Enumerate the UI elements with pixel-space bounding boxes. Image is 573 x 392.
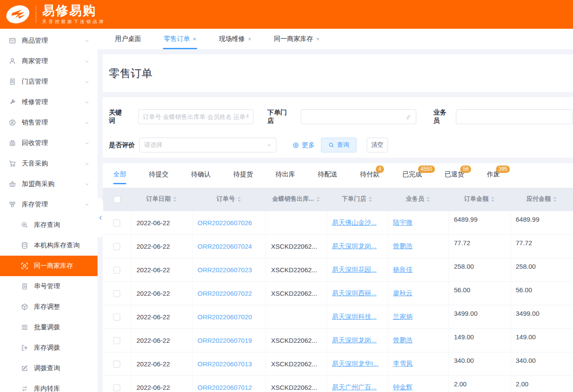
store-link[interactable]: 易天广州广百... — [332, 383, 377, 391]
sidebar-item-transfer-query[interactable]: 调拨查询 — [0, 358, 98, 378]
sort-icon[interactable] — [426, 196, 430, 202]
status-tab-pending-outbound[interactable]: 待出库 — [276, 170, 295, 184]
store-link[interactable]: 易天深圳科技... — [332, 313, 377, 320]
select-all-checkbox[interactable] — [114, 196, 121, 203]
sidebar-collapse-handle[interactable] — [98, 198, 103, 237]
store-link[interactable]: 易天深圳龙岗... — [332, 242, 377, 250]
col-order-date[interactable]: 订单日期 — [131, 188, 192, 211]
sidebar-item-tianyin-purchase[interactable]: 天音采购 — [0, 153, 98, 174]
salesperson-link[interactable]: 曾鹏浩 — [393, 242, 413, 250]
row-checkbox[interactable] — [113, 361, 120, 368]
sidebar-item-store-mgmt[interactable]: 门店管理 — [0, 71, 98, 92]
row-checkbox[interactable] — [113, 290, 120, 297]
sidebar-item-inventory-mgmt[interactable]: 库存管理 — [0, 194, 98, 215]
salesperson-link[interactable]: 廖秋云 — [393, 289, 413, 297]
sort-icon[interactable] — [368, 196, 372, 202]
status-tab-completed[interactable]: 已完成4550 — [402, 170, 422, 184]
clear-button[interactable]: 清空 — [367, 138, 388, 152]
store-link[interactable]: 易天深圳花园... — [332, 266, 377, 273]
sidebar-item-repair-mgmt[interactable]: 维修管理 — [0, 92, 98, 112]
more-filters-link[interactable]: 更多 — [293, 141, 315, 149]
order-no-link[interactable]: ORR20220607012 — [198, 384, 252, 391]
sidebar-item-franchise-purchase[interactable]: 加盟商采购 — [0, 174, 98, 194]
order-no-link[interactable]: ORR20220607022 — [198, 290, 252, 297]
sidebar-item-sales-mgmt[interactable]: 销售管理 — [0, 112, 98, 133]
row-checkbox[interactable] — [113, 337, 120, 344]
col-order-no[interactable]: 订单号 — [192, 188, 266, 211]
sort-icon[interactable] — [316, 196, 320, 202]
clear-label: 清空 — [371, 141, 384, 149]
order-no-link[interactable]: ORR20220607026 — [198, 219, 252, 226]
sidebar-item-recycle-mgmt[interactable]: 回收管理 — [0, 133, 98, 153]
window-tab-same-merchant-stock[interactable]: 同一商家库存 × — [274, 29, 320, 49]
search-button[interactable]: 查询 — [321, 138, 357, 152]
cell-kingdee — [266, 305, 327, 328]
row-checkbox[interactable] — [113, 267, 120, 274]
sidebar-item-label: 加盟商采购 — [22, 180, 84, 188]
close-icon[interactable]: × — [248, 36, 252, 42]
order-no-link[interactable]: ORR20220607019 — [198, 337, 252, 344]
col-kingdee-outbound[interactable]: 金蝶销售出库... — [266, 188, 327, 211]
sidebar-item-same-merchant-stock[interactable]: 同一商家库存 — [0, 256, 98, 276]
status-tab-all[interactable]: 全部 — [113, 170, 126, 184]
search-icon — [328, 142, 334, 148]
sidebar-item-serial-mgmt[interactable]: 串号管理 — [0, 276, 98, 297]
store-link[interactable]: 易天深圳龙岗... — [332, 336, 377, 344]
store-link[interactable]: 易天深圳龙华I... — [332, 360, 379, 367]
sidebar-item-merchant-mgmt[interactable]: 商家管理 — [0, 51, 98, 71]
order-no-link[interactable]: ORR20220607013 — [198, 360, 252, 368]
salesperson-input[interactable] — [461, 113, 568, 120]
sidebar-item-internal-transfer[interactable]: 库内转库 — [0, 378, 98, 392]
col-store[interactable]: 下单门店 — [327, 188, 388, 211]
store-link[interactable]: 易天佛山金沙... — [332, 219, 377, 226]
window-tab-user-desktop[interactable]: 用户桌面 — [115, 29, 141, 49]
order-no-link[interactable]: ORR20220607020 — [198, 313, 252, 321]
salesperson-link[interactable]: 钟金辉 — [393, 383, 413, 391]
status-tab-pending-delivery[interactable]: 待配送 — [318, 170, 337, 184]
col-salesperson[interactable]: 业务员 — [388, 188, 448, 211]
window-tab-onsite-repair[interactable]: 现场维修 × — [219, 29, 252, 49]
salesperson-link[interactable]: 杨良佳 — [393, 266, 413, 273]
salesperson-link[interactable]: 兰家炳 — [393, 313, 413, 320]
row-checkbox[interactable] — [113, 243, 120, 250]
row-checkbox[interactable] — [113, 384, 120, 391]
sidebar-item-stock-adjust[interactable]: 库存调整 — [0, 297, 98, 317]
sidebar-item-org-stock-query[interactable]: 本机构库存查询 — [0, 235, 98, 256]
close-icon[interactable]: × — [316, 36, 320, 42]
status-tab-voided[interactable]: 作废395 — [487, 170, 500, 184]
cell-kingdee: XSCKD22062... — [266, 375, 327, 392]
sidebar-item-product-mgmt[interactable]: 商品管理 — [0, 30, 98, 51]
order-no-link[interactable]: ORR20220607023 — [198, 266, 252, 274]
salesperson-link[interactable]: 陆宇微 — [393, 219, 413, 226]
sort-icon[interactable] — [173, 196, 177, 202]
sidebar-item-batch-transfer[interactable]: 批量调拨 — [0, 317, 98, 338]
close-icon[interactable]: × — [193, 36, 196, 42]
status-tab-returned[interactable]: 已退货56 — [445, 170, 464, 184]
col-order-amount[interactable]: 订单金额 — [448, 188, 510, 211]
keyword-input[interactable] — [143, 113, 249, 120]
row-checkbox[interactable] — [113, 220, 120, 226]
brand-title: 易修易购 — [42, 4, 105, 18]
status-tab-pending-payment[interactable]: 待付款4 — [360, 170, 380, 184]
window-tab-retail-orders[interactable]: 零售订单 × — [164, 29, 196, 49]
salesperson-link[interactable]: 曾鹏浩 — [393, 336, 413, 344]
row-checkbox[interactable] — [113, 314, 120, 321]
cart-icon — [9, 160, 16, 167]
sort-icon[interactable] — [237, 196, 241, 202]
store-link[interactable]: 易天深圳西丽... — [332, 289, 377, 297]
status-tab-pending-submit[interactable]: 待提交 — [149, 170, 169, 184]
cube-icon — [21, 303, 28, 311]
sort-icon[interactable] — [491, 196, 495, 202]
status-tab-pending-confirm[interactable]: 待确认 — [191, 170, 211, 184]
status-tab-pending-pickup[interactable]: 待提货 — [233, 170, 253, 184]
sidebar-item-stock-transfer[interactable]: 库存调拨 — [0, 338, 98, 358]
sidebar-item-stock-query[interactable]: 库存查询 — [0, 215, 98, 235]
store-input[interactable] — [306, 113, 405, 120]
order-no-link[interactable]: ORR20220607024 — [198, 243, 252, 250]
table-row: 2022-06-22 ORR20220607020 易天深圳科技... 兰家炳 … — [103, 305, 573, 328]
col-label: 订单日期 — [146, 195, 171, 203]
rating-select[interactable]: 请选择 — [139, 138, 276, 152]
col-payable-amount[interactable]: 应付金额 — [510, 188, 573, 211]
sort-icon[interactable] — [553, 196, 557, 202]
salesperson-link[interactable]: 李雪凤 — [393, 360, 413, 367]
